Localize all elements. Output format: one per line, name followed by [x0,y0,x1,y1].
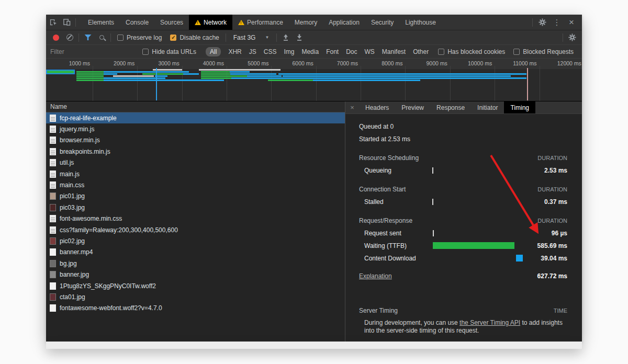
filter-type-all[interactable]: All [206,47,221,56]
waterfall-segment [153,69,182,71]
table-row[interactable]: css?family=Raleway:200,300,400,500,600 [46,224,345,235]
filter-type-other[interactable]: Other [413,48,429,55]
filter-type-js[interactable]: JS [249,48,256,55]
table-row[interactable]: browser.min.js [46,135,345,146]
filter-type-css[interactable]: CSS [264,48,277,55]
timing-tick-bar [433,230,434,236]
close-devtools-icon[interactable]: × [564,15,579,30]
waterfall-segment [201,75,247,77]
throttling-select[interactable]: Fast 3G ▼ [233,34,270,41]
server-timing-api-link[interactable]: the Server Timing API [459,319,520,326]
import-har-button[interactable] [279,31,293,44]
duration-column-header: DURATION [537,155,567,161]
filter-toggle-button[interactable] [81,31,95,44]
timing-section-title: Request/Response [359,217,412,224]
table-row[interactable]: pic03.jpg [46,202,345,213]
name-column-header[interactable]: Name [46,101,345,112]
timing-phase-label: Stalled [359,198,432,206]
clear-network-log-button[interactable] [63,31,76,44]
table-row[interactable]: pic02.jpg [46,235,345,246]
preserve-log-checkbox[interactable]: Preserve log [117,34,162,41]
detail-tab-timing[interactable]: Timing [504,101,535,113]
tab-network[interactable]: !Network [189,15,232,30]
filter-type-media[interactable]: Media [301,48,319,55]
table-row[interactable]: banner.mp4 [46,247,345,258]
image-thumbnail-icon [50,237,56,245]
tab-memory[interactable]: Memory [289,15,323,30]
timing-tick-bar [432,199,433,205]
detail-tab-response[interactable]: Response [430,101,471,113]
tab-sources[interactable]: Sources [154,15,189,30]
checkbox-unchecked[interactable] [117,35,124,41]
filter-type-xhr[interactable]: XHR [228,48,241,55]
waterfall-segment [104,71,189,73]
table-row[interactable]: pic01.jpg [46,191,345,202]
filter-type-img[interactable]: Img [284,48,294,55]
checkbox-unchecked[interactable] [438,49,444,55]
table-row[interactable]: fontawesome-webfont.woff2?v=4.7.0 [46,303,345,314]
ruler-tick-label: 2000 ms [114,60,134,66]
table-row[interactable]: banner.jpg [46,269,345,280]
filter-input[interactable] [50,48,138,55]
checkbox-unchecked[interactable] [513,49,520,55]
tab-performance[interactable]: !Performance [232,15,289,30]
waterfall-segment [113,75,154,77]
table-row[interactable]: main.css [46,179,345,190]
more-menu-icon[interactable]: ⋮ [550,15,564,30]
table-row[interactable]: main.js [46,168,345,179]
funnel-icon [85,35,92,40]
export-har-button[interactable] [293,31,306,44]
timing-fill-bar [516,255,523,261]
table-row[interactable]: util.js [46,157,345,168]
table-row[interactable]: jquery.min.js [46,123,345,134]
table-row[interactable]: font-awesome.min.css [46,213,345,224]
has-blocked-cookies-checkbox[interactable]: Has blocked cookies [438,48,505,55]
detail-tab-headers[interactable]: Headers [359,101,395,113]
table-row[interactable]: fcp-real-life-example [46,112,345,123]
image-thumbnail-icon [50,271,56,278]
network-conditions-gear-icon[interactable] [565,31,579,44]
tab-label: Lighthouse [405,19,436,26]
table-row[interactable]: breakpoints.min.js [46,146,345,157]
filter-type-font[interactable]: Font [326,48,339,55]
close-detail-icon[interactable]: × [345,104,359,111]
device-toolbar-icon[interactable] [60,15,73,30]
timing-section-title: Resource Scheduling [359,154,419,162]
ruler-tick-label: 7000 ms [337,60,358,66]
network-overview-waterfall[interactable]: 1000 ms2000 ms3000 ms4000 ms5000 ms6000 … [46,59,582,101]
tab-application[interactable]: Application [323,15,365,30]
checkbox-checked[interactable]: ✓ [170,35,176,41]
detail-tab-preview[interactable]: Preview [395,101,430,113]
checkbox-unchecked[interactable] [142,49,149,55]
detail-tab-initiator[interactable]: Initiator [471,101,504,113]
tab-security[interactable]: Security [365,15,399,30]
image-thumbnail-icon [50,204,56,211]
filter-type-ws[interactable]: WS [364,48,374,55]
settings-gear-icon[interactable] [535,15,550,30]
request-name: breakpoints.min.js [60,148,110,155]
main-tabbar-tabs: ElementsConsoleSources!Network!Performan… [82,15,442,30]
tab-label: Network [204,19,227,26]
table-row[interactable]: bg.jpg [46,258,345,269]
explanation-link[interactable]: Explanation [359,272,392,280]
tab-lighthouse[interactable]: Lighthouse [399,15,442,30]
filter-type-doc[interactable]: Doc [346,48,357,55]
table-row[interactable]: 1Ptug8zYS_SKggPNyC0ITw.woff2 [46,280,345,291]
filter-type-manifest[interactable]: Manifest [382,48,406,55]
tab-label: Sources [160,19,183,26]
divider [110,33,111,42]
inspect-element-icon[interactable] [46,15,60,30]
record-network-log-button[interactable] [49,31,63,44]
document-icon [50,136,56,144]
tab-console[interactable]: Console [120,15,154,30]
request-name: cta01.jpg [60,293,85,301]
hide-data-urls-checkbox[interactable]: Hide data URLs [142,48,196,55]
search-button[interactable] [95,31,108,44]
tab-elements[interactable]: Elements [82,15,120,30]
blocked-requests-checkbox[interactable]: Blocked Requests [513,48,574,55]
has-blocked-cookies-label: Has blocked cookies [447,48,505,55]
tab-label: Console [126,19,149,26]
table-row[interactable]: cta01.jpg [46,291,345,302]
disable-cache-checkbox[interactable]: ✓ Disable cache [170,34,219,41]
chevron-down-icon: ▼ [265,35,269,40]
